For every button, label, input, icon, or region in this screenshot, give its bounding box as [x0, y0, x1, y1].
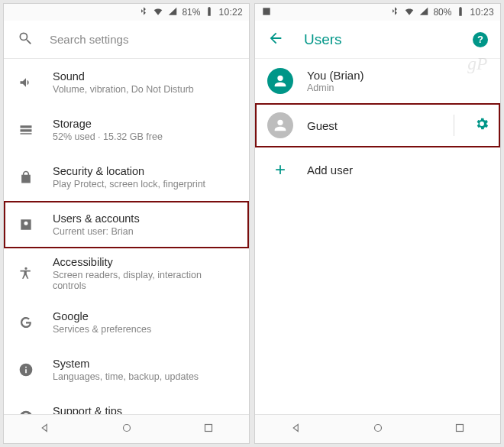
- svg-rect-1: [205, 424, 212, 431]
- battery-icon: [455, 6, 466, 19]
- item-title: Users & accounts: [53, 212, 140, 225]
- settings-item-sound[interactable]: SoundVolume, vibration, Do Not Disturb: [4, 59, 249, 106]
- wifi-icon: [153, 6, 163, 19]
- user-sub: Admin: [307, 83, 364, 93]
- svg-rect-5: [456, 424, 463, 431]
- item-title: System: [53, 358, 199, 370]
- item-title: Storage: [53, 118, 163, 130]
- status-bar: 80% 10:23: [255, 4, 500, 21]
- item-sub: Volume, vibration, Do Not Disturb: [53, 84, 194, 95]
- phone-right: 80% 10:23 Users ? gP You (Brian) Admin: [254, 3, 501, 444]
- status-clock: 10:23: [470, 7, 494, 18]
- settings-list: SoundVolume, vibration, Do Not Disturb S…: [4, 59, 249, 414]
- battery-percent: 80%: [433, 7, 451, 18]
- lock-icon: [18, 170, 34, 185]
- phone-left: 81% 10:22 Search settings SoundVolume, v…: [3, 3, 250, 444]
- item-title: Sound: [53, 70, 194, 83]
- battery-icon: [204, 6, 215, 19]
- nav-recent-icon[interactable]: [202, 421, 215, 438]
- user-row-guest[interactable]: Guest: [255, 103, 500, 147]
- user-settings-button[interactable]: [474, 116, 489, 134]
- status-bar: 81% 10:22: [4, 4, 249, 21]
- signal-icon: [418, 6, 429, 19]
- nav-home-icon[interactable]: [120, 421, 134, 438]
- nav-bar: [4, 414, 249, 443]
- users-list: You (Brian) Admin Guest + Add user: [255, 59, 500, 414]
- plus-icon: +: [267, 159, 293, 180]
- user-row-you[interactable]: You (Brian) Admin: [255, 59, 500, 103]
- bluetooth-icon: [138, 6, 149, 19]
- item-title: Support & tips: [53, 405, 233, 414]
- item-sub: 52% used · 15.32 GB free: [53, 131, 163, 142]
- screenshot-notify-icon: [261, 6, 272, 19]
- add-user-row[interactable]: + Add user: [255, 147, 500, 192]
- search-settings[interactable]: Search settings: [4, 21, 249, 59]
- item-sub: Screen readers, display, interaction con…: [53, 270, 237, 291]
- divider: [454, 115, 454, 136]
- settings-item-users-accounts[interactable]: Users & accountsCurrent user: Brian: [4, 201, 249, 248]
- accessibility-icon: [18, 266, 34, 281]
- account-box-icon: [18, 217, 34, 232]
- item-title: Accessibility: [53, 256, 237, 268]
- avatar: [267, 68, 293, 94]
- status-clock: 10:22: [218, 7, 243, 18]
- app-bar-title: Users: [304, 31, 453, 48]
- bluetooth-icon: [389, 6, 400, 19]
- svg-rect-2: [263, 8, 270, 15]
- settings-item-accessibility[interactable]: AccessibilityScreen readers, display, in…: [4, 248, 249, 299]
- item-sub: Play Protect, screen lock, fingerprint: [53, 179, 205, 189]
- user-title: You (Brian): [307, 69, 364, 82]
- nav-home-icon[interactable]: [371, 421, 385, 438]
- settings-item-google[interactable]: GoogleServices & preferences: [4, 299, 249, 346]
- settings-item-storage[interactable]: Storage52% used · 15.32 GB free: [4, 106, 249, 154]
- google-icon: [18, 315, 34, 330]
- help-button[interactable]: ?: [473, 32, 488, 47]
- user-title: Guest: [307, 119, 338, 132]
- nav-back-icon[interactable]: [38, 421, 52, 438]
- svg-point-4: [374, 424, 381, 431]
- settings-item-system[interactable]: SystemLanguages, time, backup, updates: [4, 346, 249, 394]
- signal-icon: [167, 6, 178, 19]
- svg-point-0: [123, 424, 130, 431]
- search-placeholder: Search settings: [50, 33, 128, 46]
- storage-icon: [18, 122, 34, 138]
- item-sub: Services & preferences: [53, 324, 151, 335]
- item-sub: Current user: Brian: [53, 226, 140, 237]
- nav-recent-icon[interactable]: [453, 421, 467, 438]
- battery-percent: 81%: [182, 7, 200, 18]
- item-title: Security & location: [53, 165, 205, 177]
- back-button[interactable]: [267, 30, 284, 50]
- nav-bar: [255, 414, 500, 443]
- settings-item-security[interactable]: Security & locationPlay Protect, screen …: [4, 154, 249, 201]
- add-user-label: Add user: [307, 164, 353, 177]
- item-title: Google: [53, 310, 151, 322]
- nav-back-icon[interactable]: [289, 421, 303, 438]
- settings-item-support[interactable]: Support & tipsHelp articles, phone & cha…: [4, 394, 249, 414]
- speaker-icon: [18, 75, 34, 90]
- app-bar: Users ?: [255, 21, 500, 59]
- item-sub: Languages, time, backup, updates: [53, 371, 199, 382]
- info-icon: [18, 362, 34, 377]
- avatar: [267, 112, 293, 138]
- wifi-icon: [404, 6, 415, 19]
- search-icon: [18, 31, 33, 49]
